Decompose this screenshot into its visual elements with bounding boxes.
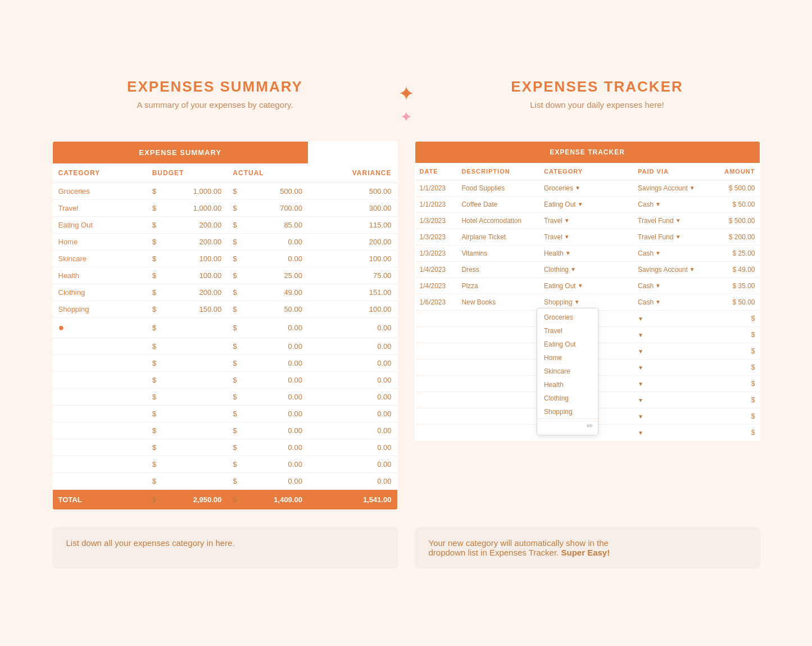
category-dropdown-popup[interactable]: GroceriesTravelEating OutHomeSkincareHea… <box>537 308 598 435</box>
category-dropdown-4[interactable]: Health ▼ <box>544 249 571 257</box>
paid-dropdown-empty-6[interactable]: ▼ <box>638 430 643 436</box>
expenses-summary-title: EXPENSES SUMMARY <box>52 78 378 95</box>
table-row-with-dropdown: GroceriesTravelEating OutHomeSkincareHea… <box>415 310 760 326</box>
left-header-section: EXPENSES SUMMARY A summary of your expen… <box>52 78 378 110</box>
dropdown-item-eating out[interactable]: Eating Out <box>537 338 598 351</box>
left-bottom-note: List down all your expenses category in … <box>52 527 398 568</box>
table-row: 1/1/2023 Coffee Date Eating Out ▼ Cash ▼… <box>415 196 760 212</box>
tracker-col-amount: AMOUNT <box>712 163 760 180</box>
paid-dropdown-6[interactable]: Cash ▼ <box>638 282 661 290</box>
expense-summary-panel: EXPENSE SUMMARY CATEGORY BUDGET ACTUAL V… <box>52 141 398 510</box>
table-row: 1/1/2023 Food Supplies Groceries ▼ Savin… <box>415 180 760 196</box>
right-note-text-1: Your new category will automatically sho… <box>429 538 609 548</box>
col-category: CATEGORY <box>52 163 147 183</box>
table-row <box>52 338 147 354</box>
table-row <box>52 422 147 439</box>
col-actual: ACTUAL <box>227 163 308 183</box>
bottom-notes-section: List down all your expenses category in … <box>52 527 760 568</box>
tracker-col-paid: PAID VIA <box>633 163 712 180</box>
dropdown-item-groceries[interactable]: Groceries <box>537 311 598 324</box>
right-header-section: EXPENSES TRACKER List down your daily ex… <box>434 78 760 110</box>
table-row <box>52 354 147 371</box>
table-row: Skincare <box>52 250 147 267</box>
table-row <box>52 405 147 422</box>
table-row <box>52 371 147 388</box>
paid-dropdown-empty-5[interactable]: ▼ <box>638 413 643 420</box>
sparkle-pink-icon: ✦ <box>400 110 412 124</box>
paid-dropdown-4[interactable]: Cash ▼ <box>638 249 661 257</box>
table-row: 1/4/2023 Dress Clothing ▼ Savings Accoun… <box>415 261 760 277</box>
tracker-col-desc: DESCRIPTION <box>457 163 539 180</box>
category-dropdown-1[interactable]: Eating Out ▼ <box>544 201 583 208</box>
right-bottom-note: Your new category will automatically sho… <box>415 527 760 568</box>
expenses-tracker-subtitle: List down your daily expenses here! <box>434 100 760 110</box>
table-row: Home <box>52 233 147 250</box>
paid-dropdown-1[interactable]: Cash ▼ <box>638 201 661 208</box>
table-row: Clothing <box>52 284 147 301</box>
paid-dropdown-empty-4[interactable]: ▼ <box>638 397 643 403</box>
dropdown-item-shopping[interactable]: Shopping <box>537 405 598 418</box>
edit-pencil-icon[interactable]: ✏ <box>587 421 593 430</box>
paid-dropdown-2[interactable]: Travel Fund ▼ <box>638 217 681 225</box>
summary-table-header: EXPENSE SUMMARY <box>52 141 308 163</box>
dropdown-item-health[interactable]: Health <box>537 378 598 392</box>
paid-dropdown-7[interactable]: Cash ▼ <box>638 298 661 306</box>
table-row: 1/4/2023 Pizza Eating Out ▼ Cash ▼ $ 35.… <box>415 277 760 294</box>
paid-dropdown-3[interactable]: Travel Fund ▼ <box>638 233 681 241</box>
category-dropdown-3[interactable]: Travel ▼ <box>544 233 570 241</box>
table-row: Shopping <box>52 301 147 317</box>
dropdown-item-home[interactable]: Home <box>537 351 598 365</box>
tracker-table-header: EXPENSE TRACKER <box>415 141 760 163</box>
tracker-col-category: CATEGORY <box>539 163 633 180</box>
sparkle-decorations: ✦ ✦ <box>378 78 434 124</box>
category-dropdown-5[interactable]: Clothing ▼ <box>544 266 576 274</box>
table-row: ● <box>52 317 147 338</box>
paid-dropdown-empty-2[interactable]: ▼ <box>638 365 643 371</box>
total-label: TOTAL <box>52 489 147 509</box>
col-variance: VARIANCE <box>308 163 397 183</box>
dropdown-item-clothing[interactable]: Clothing <box>537 392 598 405</box>
paid-dropdown-empty-0[interactable]: ▼ <box>638 332 643 338</box>
table-row: Travel <box>52 199 147 216</box>
category-dropdown-6[interactable]: Eating Out ▼ <box>544 282 583 290</box>
tracker-col-date: DATE <box>415 163 457 180</box>
category-dropdown-0[interactable]: Groceries ▼ <box>544 184 580 192</box>
table-row: 1/3/2023 Airplane Ticket Travel ▼ Travel… <box>415 229 760 245</box>
table-row <box>52 439 147 456</box>
category-dropdown-7[interactable]: Shopping ▼ <box>544 298 580 306</box>
expense-tracker-panel: EXPENSE TRACKER DATE DESCRIPTION CATEGOR… <box>415 141 760 441</box>
table-row: Health <box>52 267 147 284</box>
sparkle-orange-icon: ✦ <box>398 84 415 104</box>
table-row <box>52 388 147 405</box>
col-budget: BUDGET <box>147 163 228 183</box>
paid-dropdown-5[interactable]: Savings Account ▼ <box>638 266 695 274</box>
paid-dropdown-0[interactable]: Savings Account ▼ <box>638 184 695 192</box>
table-row <box>52 472 147 489</box>
paid-dropdown-empty-3[interactable]: ▼ <box>638 381 643 387</box>
right-note-bold: Super Easy! <box>561 548 610 557</box>
table-row: 1/3/2023 Vitamins Health ▼ Cash ▼ $ 25.0… <box>415 245 760 261</box>
expenses-summary-subtitle: A summary of your expenses by category. <box>52 100 378 110</box>
table-row: 1/3/2023 Hotel Accomodation Travel ▼ Tra… <box>415 212 760 229</box>
table-row: Eating Out <box>52 216 147 233</box>
category-dropdown-2[interactable]: Travel ▼ <box>544 217 570 225</box>
dropdown-item-skincare[interactable]: Skincare <box>537 365 598 378</box>
paid-dropdown-empty-1[interactable]: ▼ <box>638 348 643 354</box>
paid-dropdown-empty[interactable]: ▼ <box>638 316 643 322</box>
table-row <box>52 456 147 472</box>
dropdown-item-travel[interactable]: Travel <box>537 324 598 338</box>
expense-summary-table: EXPENSE SUMMARY CATEGORY BUDGET ACTUAL V… <box>52 141 398 510</box>
table-row: Groceries <box>52 183 147 199</box>
left-note-text: List down all your expenses category in … <box>66 538 235 548</box>
expense-tracker-table: EXPENSE TRACKER DATE DESCRIPTION CATEGOR… <box>415 141 760 441</box>
expenses-tracker-title: EXPENSES TRACKER <box>434 78 760 95</box>
right-note-text-2: dropdown list in Expenses Tracker. <box>429 548 559 557</box>
